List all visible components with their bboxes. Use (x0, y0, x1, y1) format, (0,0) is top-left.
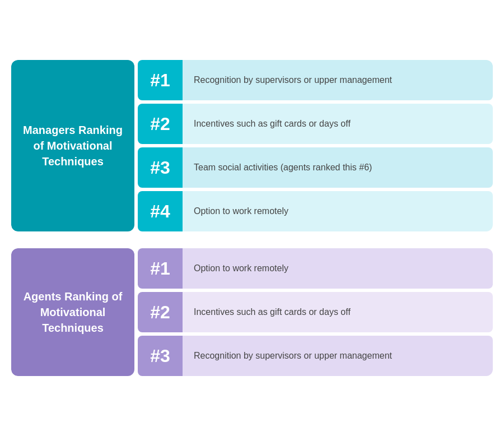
agents-rank-desc-1: Option to work remotely (183, 248, 493, 289)
managers-rank-desc-1: Recognition by supervisors or upper mana… (183, 60, 493, 100)
managers-ranking-item-4: #4 Option to work remotely (138, 191, 493, 231)
managers-rank-badge-3: #3 (138, 147, 183, 188)
agents-ranking-item-3: #3 Recognition by supervisors or upper m… (138, 336, 493, 376)
agents-rank-badge-1: #1 (138, 248, 183, 289)
managers-rank-badge-2: #2 (138, 104, 183, 144)
managers-ranking-item-2: #2 Incentives such as gift cards or days… (138, 104, 493, 144)
managers-rank-badge-4: #4 (138, 191, 183, 231)
managers-rank-badge-1: #1 (138, 60, 183, 100)
main-container: Managers Ranking of Motivational Techniq… (11, 60, 493, 376)
managers-rank-desc-2: Incentives such as gift cards or days of… (183, 104, 493, 144)
agents-section: Agents Ranking of Motivational Technique… (11, 248, 493, 376)
managers-section: Managers Ranking of Motivational Techniq… (11, 60, 493, 231)
agents-rank-badge-3: #3 (138, 336, 183, 376)
managers-ranking-item-3: #3 Team social activities (agents ranked… (138, 147, 493, 188)
agents-rank-badge-2: #2 (138, 292, 183, 332)
managers-rank-desc-3: Team social activities (agents ranked th… (183, 147, 493, 188)
managers-title: Managers Ranking of Motivational Techniq… (22, 122, 123, 169)
agents-title-box: Agents Ranking of Motivational Technique… (11, 248, 134, 376)
agents-rank-desc-3: Recognition by supervisors or upper mana… (183, 336, 493, 376)
managers-ranking-item-1: #1 Recognition by supervisors or upper m… (138, 60, 493, 100)
agents-title: Agents Ranking of Motivational Technique… (22, 289, 123, 336)
agents-rank-desc-2: Incentives such as gift cards or days of… (183, 292, 493, 332)
agents-ranking-item-1: #1 Option to work remotely (138, 248, 493, 289)
agents-ranking-list: #1 Option to work remotely #2 Incentives… (134, 248, 493, 376)
managers-ranking-list: #1 Recognition by supervisors or upper m… (134, 60, 493, 231)
managers-rank-desc-4: Option to work remotely (183, 191, 493, 231)
agents-ranking-item-2: #2 Incentives such as gift cards or days… (138, 292, 493, 332)
managers-title-box: Managers Ranking of Motivational Techniq… (11, 60, 134, 231)
